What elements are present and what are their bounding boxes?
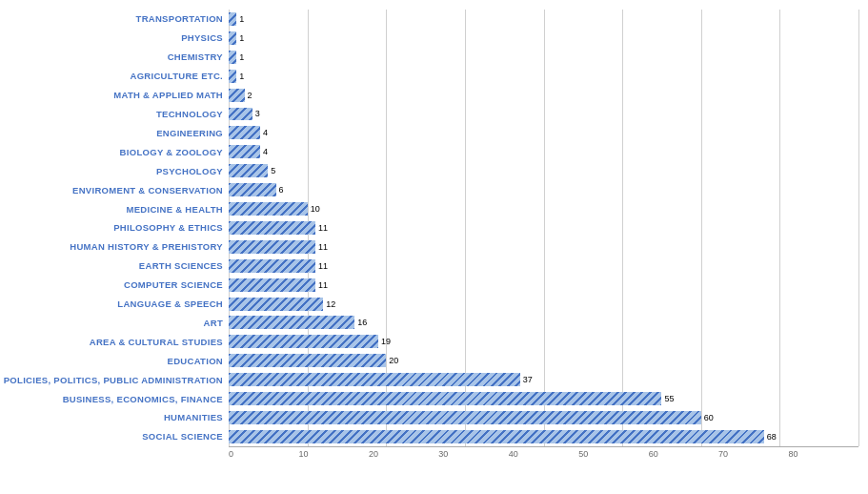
bar-label: ENGINEERING [0, 128, 229, 138]
bar-label: PSYCHOLOGY [0, 166, 229, 176]
x-tick: 60 [649, 449, 718, 459]
bar-wrapper: 1 [229, 48, 858, 67]
bar-wrapper: 11 [229, 276, 858, 295]
bar-row: TECHNOLOGY3 [0, 105, 858, 124]
bar [229, 12, 236, 26]
bar [229, 108, 252, 121]
bar-row: ENVIROMENT & CONSERVATION6 [0, 180, 858, 199]
x-tick: 50 [578, 449, 648, 459]
x-tick: 30 [438, 449, 508, 459]
bar-wrapper: 4 [229, 123, 858, 142]
bar [229, 51, 236, 64]
bar-wrapper: 60 [229, 408, 858, 427]
bar-value: 37 [523, 375, 533, 384]
bar [229, 89, 245, 102]
bar [229, 202, 308, 216]
bar-wrapper: 55 [229, 389, 858, 408]
bar-wrapper: 11 [229, 237, 858, 257]
bar-wrapper: 10 [229, 199, 858, 218]
bar-value: 11 [318, 280, 328, 290]
bar-value: 4 [263, 128, 268, 137]
bar-row: HUMANITIES60 [0, 408, 858, 427]
bar [229, 31, 236, 45]
bar [229, 70, 236, 83]
bar-row: TRANSPORTATION1 [0, 10, 858, 29]
bar-value: 4 [263, 147, 268, 156]
bar-row: BUSINESS, ECONOMICS, FINANCE55 [0, 389, 858, 408]
bar-wrapper: 3 [229, 105, 858, 124]
bar-row: POLICIES, POLITICS, PUBLIC ADMINISTRATIO… [0, 370, 858, 389]
bar-row: ENGINEERING4 [0, 123, 858, 142]
bar-label: MATH & APPLIED MATH [0, 90, 229, 100]
bar-label: POLICIES, POLITICS, PUBLIC ADMINISTRATIO… [0, 375, 229, 385]
bar-wrapper: 20 [229, 351, 858, 370]
bar-row: EARTH SCIENCES11 [0, 257, 858, 276]
bar-label: EARTH SCIENCES [0, 260, 229, 271]
bar-row: PHYSICS1 [0, 29, 858, 48]
bar [229, 354, 386, 367]
bar [229, 278, 315, 292]
bar-row: COMPUTER SCIENCE11 [0, 276, 858, 295]
bar-value: 11 [318, 223, 328, 233]
chart-container: TRANSPORTATION1PHYSICS1CHEMISTRY1AGRICUL… [0, 0, 868, 494]
bar-row: SOCIAL SCIENCE68 [0, 427, 858, 446]
x-tick: 40 [509, 449, 578, 459]
bar-label: CHEMISTRY [0, 51, 229, 62]
bar [229, 316, 354, 329]
bar-value: 60 [704, 413, 714, 422]
bar-value: 2 [248, 91, 252, 100]
bar-value: 1 [239, 33, 244, 43]
grid-line [858, 10, 859, 446]
bar-label: ENVIROMENT & CONSERVATION [0, 185, 229, 196]
bar [229, 430, 764, 443]
bar-value: 11 [318, 242, 328, 252]
bar-label: COMPUTER SCIENCE [0, 279, 229, 290]
x-axis: 01020304050607080 [229, 446, 858, 459]
bar-value: 1 [239, 14, 244, 24]
bar-label: SOCIAL SCIENCE [0, 431, 229, 442]
bar [229, 240, 315, 254]
bar-value: 12 [326, 299, 335, 309]
bar-label: TECHNOLOGY [0, 109, 229, 119]
bar-row: LANGUAGE & SPEECH12 [0, 295, 858, 314]
bar-label: HUMANITIES [0, 412, 229, 422]
x-tick: 80 [789, 449, 858, 459]
bar-label: HUMAN HISTORY & PREHISTORY [0, 241, 229, 252]
bar-row: EDUCATION20 [0, 351, 858, 370]
bar [229, 298, 323, 311]
bar-wrapper: 11 [229, 218, 858, 237]
bar-value: 6 [279, 185, 284, 195]
bar-label: BUSINESS, ECONOMICS, FINANCE [0, 394, 229, 404]
bar-chart: TRANSPORTATION1PHYSICS1CHEMISTRY1AGRICUL… [0, 10, 858, 446]
bar-row: AGRICULTURE ETC.1 [0, 67, 858, 86]
x-tick: 70 [718, 449, 788, 459]
bar-label: PHYSICS [0, 32, 229, 43]
bar [229, 335, 378, 348]
bar [229, 221, 315, 235]
bar-row: HUMAN HISTORY & PREHISTORY11 [0, 237, 858, 257]
bar-label: PHILOSOPHY & ETHICS [0, 222, 229, 233]
bar-wrapper: 4 [229, 142, 858, 161]
x-tick: 20 [369, 449, 438, 459]
bar-label: ART [0, 318, 229, 328]
bar-label: AREA & CULTURAL STUDIES [0, 337, 229, 347]
bar-wrapper: 19 [229, 332, 858, 351]
bar-value: 10 [311, 204, 320, 214]
bar-row: MEDICINE & HEALTH10 [0, 199, 858, 218]
bar-value: 55 [664, 394, 674, 403]
bar-value: 20 [389, 356, 398, 365]
bar-wrapper: 6 [229, 180, 858, 199]
bar [229, 183, 276, 196]
bar-row: PSYCHOLOGY5 [0, 161, 858, 180]
bar-value: 1 [239, 52, 244, 62]
bar-label: EDUCATION [0, 356, 229, 366]
bar-wrapper: 2 [229, 86, 858, 105]
bar [229, 164, 268, 177]
bar [229, 373, 520, 386]
bar-label: LANGUAGE & SPEECH [0, 298, 229, 309]
bar-value: 1 [239, 72, 244, 81]
bar [229, 392, 661, 405]
bar-value: 3 [255, 109, 260, 118]
bar-label: MEDICINE & HEALTH [0, 204, 229, 215]
bar-wrapper: 1 [229, 67, 858, 86]
